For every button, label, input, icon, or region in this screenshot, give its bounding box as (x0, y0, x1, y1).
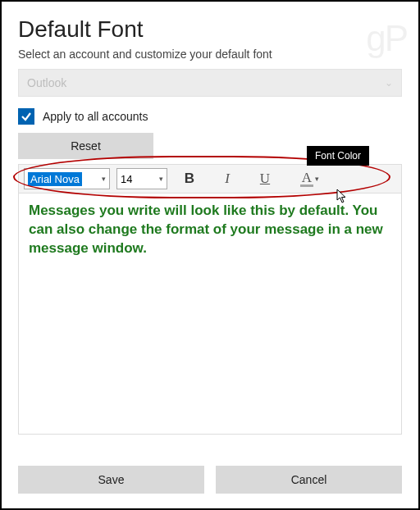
font-color-button[interactable]: A ▾ (299, 167, 321, 190)
apply-all-label: Apply to all accounts (43, 110, 148, 123)
formatting-toolbar: Arial Nova ▾ 14 ▾ B I U A ▾ (18, 164, 402, 194)
font-color-icon: A (300, 171, 313, 187)
font-name-value: Arial Nova (28, 172, 82, 186)
reset-button[interactable]: Reset (18, 133, 153, 159)
page-title: Default Font (18, 16, 402, 43)
account-dropdown[interactable]: Outlook ⌄ (18, 69, 402, 97)
preview-area: Messages you write will look like this b… (18, 194, 402, 435)
chevron-down-icon: ▾ (102, 175, 106, 183)
bold-button[interactable]: B (174, 167, 205, 190)
cancel-button[interactable]: Cancel (216, 466, 402, 494)
chevron-down-icon: ⌄ (385, 77, 393, 89)
font-name-dropdown[interactable]: Arial Nova ▾ (24, 168, 110, 189)
page-subtitle: Select an account and customize your def… (18, 48, 402, 61)
checkmark-icon (21, 111, 32, 122)
font-size-value: 14 (121, 173, 132, 185)
preview-text: Messages you write will look like this b… (29, 202, 391, 258)
chevron-down-icon: ▾ (159, 175, 163, 183)
chevron-down-icon: ▾ (315, 175, 319, 183)
font-color-tooltip: Font Color (307, 146, 369, 166)
apply-all-checkbox[interactable] (18, 108, 34, 125)
italic-button[interactable]: I (212, 167, 243, 190)
account-dropdown-value: Outlook (27, 76, 66, 89)
underline-button[interactable]: U (249, 167, 281, 190)
save-button[interactable]: Save (18, 466, 204, 494)
font-size-dropdown[interactable]: 14 ▾ (116, 168, 167, 189)
